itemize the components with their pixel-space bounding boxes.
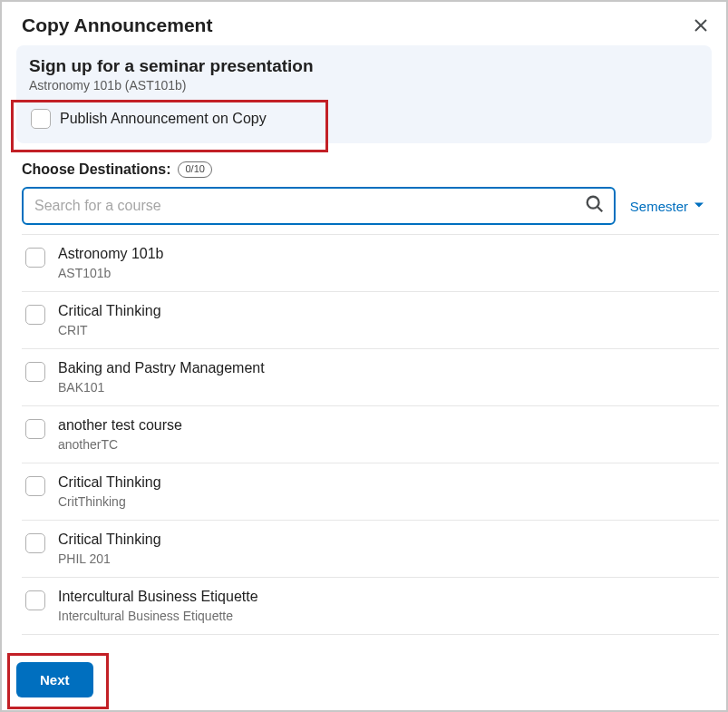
course-name: Critical Thinking: [58, 303, 161, 319]
course-text: Intercultural Business EtiquetteIntercul…: [58, 589, 258, 623]
course-code: AST101b: [58, 266, 164, 280]
course-checkbox[interactable]: [25, 590, 45, 610]
course-row[interactable]: Critical ThinkingPHIL 201: [22, 521, 719, 578]
course-code: CritThinking: [58, 494, 161, 509]
search-field-wrap[interactable]: [22, 187, 616, 225]
search-filter-row: Semester: [2, 187, 726, 234]
search-input[interactable]: [34, 198, 585, 214]
chevron-down-icon: [692, 198, 706, 215]
semester-filter-button[interactable]: Semester: [630, 198, 706, 215]
publish-checkbox[interactable]: [31, 109, 51, 129]
course-text: Baking and Pastry ManagementBAK101: [58, 360, 265, 395]
close-button[interactable]: [690, 15, 712, 36]
course-row[interactable]: Baking and Pastry ManagementBAK101: [22, 349, 719, 406]
course-checkbox[interactable]: [25, 305, 45, 325]
course-name: Critical Thinking: [58, 532, 161, 548]
course-name: Intercultural Business Etiquette: [58, 589, 258, 605]
course-code: BAK101: [58, 380, 265, 395]
announcement-title: Sign up for a seminar presentation: [29, 56, 699, 76]
close-icon: [694, 18, 708, 33]
destinations-counter: 0/10: [178, 161, 211, 177]
course-checkbox[interactable]: [25, 476, 45, 496]
course-code: anotherTC: [58, 437, 182, 452]
announcement-course: Astronomy 101b (AST101b): [29, 78, 699, 93]
course-code: Intercultural Business Etiquette: [58, 609, 258, 623]
course-checkbox[interactable]: [25, 362, 45, 382]
destinations-header: Choose Destinations: 0/10: [2, 143, 726, 187]
dialog-header: Copy Announcement: [2, 2, 726, 42]
course-row[interactable]: Critical ThinkingCritThinking: [22, 463, 719, 521]
course-text: Astronomy 101bAST101b: [58, 246, 164, 280]
course-name: Astronomy 101b: [58, 246, 164, 262]
course-row[interactable]: Critical ThinkingCRIT: [22, 292, 719, 349]
publish-label: Publish Announcement on Copy: [60, 111, 267, 127]
search-icon: [585, 194, 605, 218]
course-checkbox[interactable]: [25, 533, 45, 553]
course-code: CRIT: [58, 323, 161, 337]
course-checkbox[interactable]: [25, 248, 45, 268]
course-row[interactable]: another test courseanotherTC: [22, 406, 719, 463]
course-text: another test courseanotherTC: [58, 417, 182, 452]
course-checkbox[interactable]: [25, 419, 45, 439]
announcement-banner: Sign up for a seminar presentation Astro…: [16, 45, 712, 143]
course-row[interactable]: Astronomy 101bAST101b: [22, 234, 719, 292]
course-name: another test course: [58, 417, 182, 434]
copy-announcement-dialog: Copy Announcement Sign up for a seminar …: [0, 0, 728, 712]
course-text: Critical ThinkingPHIL 201: [58, 532, 161, 566]
next-button[interactable]: Next: [16, 662, 93, 697]
course-code: PHIL 201: [58, 551, 161, 566]
publish-on-copy-row: Publish Announcement on Copy: [29, 105, 699, 131]
course-name: Critical Thinking: [58, 474, 161, 491]
semester-filter-label: Semester: [630, 199, 688, 214]
destinations-label: Choose Destinations:: [22, 161, 170, 178]
course-text: Critical ThinkingCRIT: [58, 303, 161, 337]
course-name: Baking and Pastry Management: [58, 360, 265, 376]
svg-point-2: [587, 197, 599, 209]
course-text: Critical ThinkingCritThinking: [58, 474, 161, 509]
dialog-title: Copy Announcement: [22, 15, 212, 36]
course-row[interactable]: Intercultural Business EtiquetteIntercul…: [22, 578, 719, 635]
dialog-footer: Next: [2, 649, 726, 710]
course-list[interactable]: Astronomy 101bAST101bCritical ThinkingCR…: [2, 234, 724, 649]
svg-line-3: [597, 207, 603, 212]
